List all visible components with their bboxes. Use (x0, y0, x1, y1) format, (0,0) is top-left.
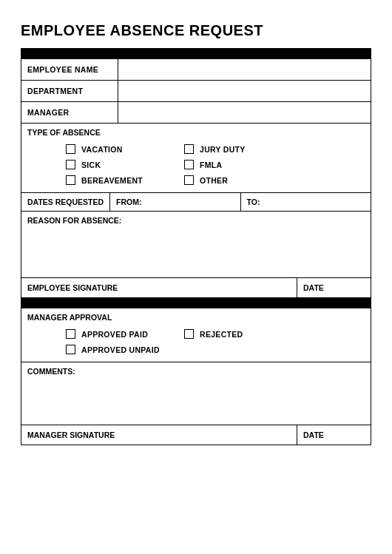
comments-body[interactable] (21, 380, 371, 425)
employee-signature-date: DATE (297, 278, 371, 297)
manager-sig-date: DATE (297, 425, 371, 445)
manager-label: MANAGER (21, 102, 118, 123)
approval-checkboxes: APPROVED PAID APPROVED UNPAID REJECTED (21, 326, 371, 362)
dates-requested-label: DATES REQUESTED (21, 193, 109, 211)
checkbox-bereavement[interactable]: BEREAVEMENT (66, 175, 184, 185)
checkbox-rejected-box[interactable] (184, 329, 194, 339)
dates-to-cell[interactable]: TO: (241, 193, 371, 211)
top-black-bar (21, 49, 371, 59)
department-value[interactable] (118, 81, 371, 101)
checkbox-rejected[interactable]: REJECTED (184, 329, 303, 339)
checkbox-sick[interactable]: SICK (66, 160, 184, 169)
employee-name-label: EMPLOYEE NAME (21, 59, 118, 80)
department-row: DEPARTMENT (21, 81, 371, 102)
reason-body[interactable] (21, 229, 371, 277)
checkbox-other-label: OTHER (200, 176, 228, 185)
checkbox-vacation[interactable]: VACATION (66, 144, 184, 154)
manager-sig-row: MANAGER SIGNATURE DATE (21, 425, 371, 445)
approval-col-1: APPROVED PAID APPROVED UNPAID (66, 329, 184, 354)
checkbox-other[interactable]: OTHER (184, 175, 303, 185)
comments-section: COMMENTS: (21, 362, 371, 425)
checkbox-rejected-label: REJECTED (200, 330, 243, 339)
manager-value[interactable] (118, 102, 371, 123)
employee-signature-label: EMPLOYEE SIGNATURE (21, 278, 297, 297)
approval-col-2: REJECTED (184, 329, 303, 354)
checkbox-sick-box[interactable] (66, 160, 75, 169)
checkbox-approved-paid[interactable]: APPROVED PAID (66, 329, 184, 339)
page-title: EMPLOYEE ABSENCE REQUEST (21, 22, 371, 39)
checkbox-other-box[interactable] (184, 175, 194, 185)
checkbox-grid: VACATION SICK BEREAVEMENT JURY DUTY (21, 141, 371, 192)
checkbox-approved-unpaid[interactable]: APPROVED UNPAID (66, 345, 184, 354)
checkbox-fmla-box[interactable] (184, 160, 194, 169)
checkbox-bereavement-label: BEREAVEMENT (81, 176, 143, 185)
middle-black-bar (21, 298, 371, 308)
checkbox-approved-paid-box[interactable] (66, 329, 75, 339)
form-container: EMPLOYEE NAME DEPARTMENT MANAGER TYPE OF… (21, 48, 371, 445)
manager-approval-label: MANAGER APPROVAL (21, 308, 371, 326)
checkbox-approved-paid-label: APPROVED PAID (81, 330, 148, 339)
manager-row: MANAGER (21, 102, 371, 124)
checkbox-jury-duty[interactable]: JURY DUTY (184, 144, 303, 154)
checkbox-jury-duty-box[interactable] (184, 144, 194, 154)
dates-from-cell[interactable]: FROM: (109, 193, 240, 211)
checkbox-approved-unpaid-label: APPROVED UNPAID (81, 345, 160, 354)
department-label: DEPARTMENT (21, 81, 118, 101)
checkbox-fmla-label: FMLA (200, 161, 222, 169)
absence-col-1: VACATION SICK BEREAVEMENT (66, 144, 184, 185)
dates-row: DATES REQUESTED FROM: TO: (21, 193, 371, 212)
checkbox-vacation-label: VACATION (81, 145, 123, 154)
checkbox-approved-unpaid-box[interactable] (66, 345, 75, 354)
manager-signature-label: MANAGER SIGNATURE (21, 425, 297, 445)
signature-row: EMPLOYEE SIGNATURE DATE (21, 278, 371, 298)
checkbox-fmla[interactable]: FMLA (184, 160, 303, 169)
checkbox-sick-label: SICK (81, 161, 101, 169)
absence-col-2: JURY DUTY FMLA OTHER (184, 144, 303, 185)
manager-approval-section: MANAGER APPROVAL APPROVED PAID APPROVED … (21, 308, 371, 362)
reason-label: REASON FOR ABSENCE: (21, 212, 371, 229)
checkbox-vacation-box[interactable] (66, 144, 75, 154)
type-absence-label: TYPE OF ABSENCE (21, 124, 371, 141)
employee-name-value[interactable] (118, 59, 371, 80)
reason-section: REASON FOR ABSENCE: (21, 212, 371, 278)
checkbox-jury-duty-label: JURY DUTY (200, 145, 246, 154)
comments-label: COMMENTS: (21, 362, 371, 380)
checkbox-bereavement-box[interactable] (66, 175, 75, 185)
employee-name-row: EMPLOYEE NAME (21, 59, 371, 81)
type-absence-section: TYPE OF ABSENCE VACATION SICK BEREAVEMEN… (21, 124, 371, 193)
